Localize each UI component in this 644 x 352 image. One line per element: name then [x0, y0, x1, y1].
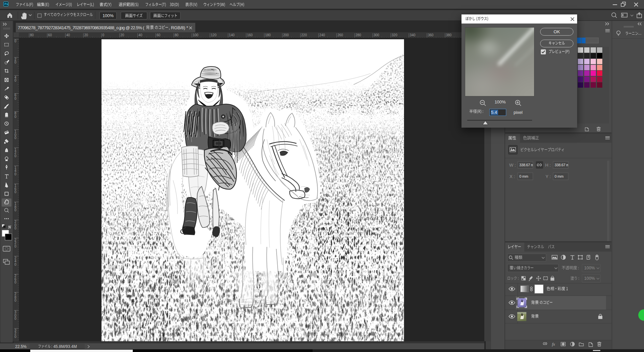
svg-text:300: 300	[374, 33, 379, 37]
svg-text:380: 380	[446, 33, 452, 37]
svg-text:60: 60	[157, 33, 161, 37]
svg-text:0: 0	[103, 33, 105, 37]
svg-text:160: 160	[247, 33, 253, 37]
svg-text:0: 0	[14, 190, 16, 194]
svg-text:0: 0	[14, 245, 16, 248]
svg-text:0: 0	[14, 280, 16, 284]
svg-text:140: 140	[229, 33, 235, 37]
svg-text:0: 0	[14, 115, 16, 119]
svg-text:20: 20	[84, 33, 88, 37]
svg-text:0: 0	[14, 136, 16, 140]
svg-text:320: 320	[392, 33, 397, 37]
svg-text:80: 80	[30, 33, 34, 37]
svg-text:240: 240	[319, 33, 325, 37]
svg-text:200: 200	[283, 33, 289, 37]
svg-text:0: 0	[14, 79, 16, 82]
svg-text:0: 0	[14, 172, 16, 176]
svg-text:360: 360	[428, 33, 434, 37]
svg-text:0: 0	[14, 335, 16, 339]
svg-text:0: 0	[14, 317, 16, 320]
svg-text:0: 0	[14, 299, 16, 302]
svg-text:220: 220	[301, 33, 307, 37]
svg-text:260: 260	[337, 33, 343, 37]
svg-text:0: 0	[14, 154, 16, 158]
svg-text:40: 40	[66, 33, 70, 37]
svg-text:fx: fx	[552, 342, 555, 347]
svg-text:60: 60	[48, 33, 52, 37]
svg-text:180: 180	[265, 33, 271, 37]
svg-text:0: 0	[14, 60, 16, 64]
svg-text:0: 0	[14, 39, 16, 43]
svg-text:280: 280	[356, 33, 361, 37]
svg-text:0: 0	[14, 226, 16, 230]
svg-text:100: 100	[193, 33, 199, 37]
svg-text:340: 340	[410, 33, 415, 37]
svg-text:0: 0	[14, 208, 16, 212]
svg-text:80: 80	[175, 33, 179, 37]
svg-text:0: 0	[14, 97, 16, 100]
svg-text:40: 40	[138, 33, 143, 37]
svg-text:0: 0	[14, 263, 16, 266]
svg-text:120: 120	[211, 33, 216, 37]
svg-text:20: 20	[120, 33, 124, 37]
